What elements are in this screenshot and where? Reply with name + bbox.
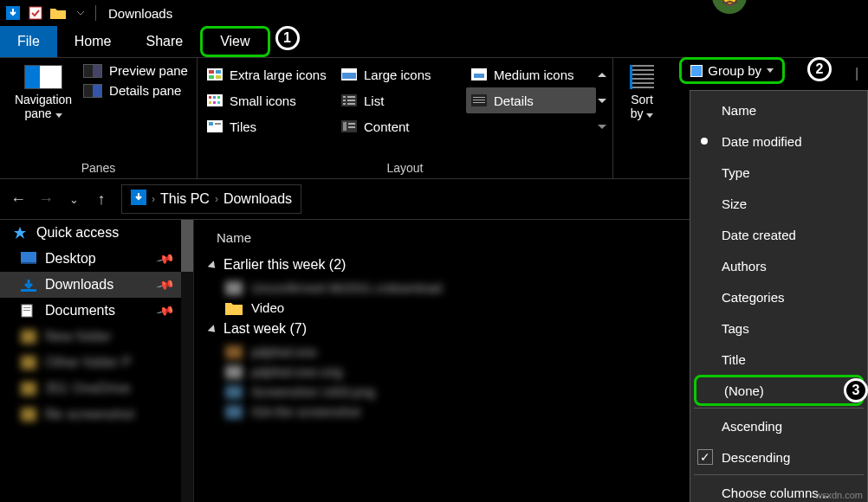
sort-by-button[interactable]: Sort by xyxy=(630,61,654,120)
menu-descending[interactable]: ✓Descending xyxy=(690,441,867,473)
crumb-downloads[interactable]: Downloads xyxy=(223,191,292,207)
breadcrumb[interactable]: › This PC › Downloads xyxy=(121,184,301,214)
svg-rect-15 xyxy=(209,101,211,104)
layout-scroll-up-icon[interactable] xyxy=(598,73,606,77)
layout-small[interactable]: Small icons xyxy=(202,87,336,113)
svg-rect-27 xyxy=(473,100,485,100)
svg-rect-22 xyxy=(347,96,355,98)
layout-large[interactable]: Large icons xyxy=(336,61,466,87)
sort-icon xyxy=(630,65,654,89)
qat-properties-icon[interactable] xyxy=(28,5,43,21)
group-by-menu: Name Date modified Type Size Date create… xyxy=(690,90,868,502)
ribbon-group-sort: Sort by xyxy=(613,58,670,178)
menu-tags[interactable]: Tags xyxy=(690,312,867,344)
menu-date-created[interactable]: Date created xyxy=(690,219,867,250)
scrollbar-thumb[interactable] xyxy=(181,220,193,272)
details-pane-button[interactable]: Details pane xyxy=(83,83,188,98)
sidebar-scrollbar[interactable] xyxy=(181,220,193,502)
details-icon xyxy=(471,94,487,106)
sidebar-downloads[interactable]: Downloads 📌 xyxy=(0,272,193,298)
panes-group-label: Panes xyxy=(81,159,116,177)
navigation-pane-button[interactable]: Navigation pane xyxy=(9,61,78,120)
recent-locations-button[interactable]: ⌄ xyxy=(61,186,87,212)
title-bar: Downloads 🧔 xyxy=(0,0,868,26)
menu-home[interactable]: Home xyxy=(57,26,129,57)
up-button[interactable]: ↑ xyxy=(88,186,114,212)
svg-rect-40 xyxy=(21,289,36,292)
preview-pane-icon xyxy=(83,64,102,78)
menu-view[interactable]: View xyxy=(200,26,269,57)
downloads-icon xyxy=(21,278,36,292)
documents-icon xyxy=(21,304,36,318)
crumb-this-pc[interactable]: This PC xyxy=(160,191,210,207)
layout-tiles[interactable]: Tiles xyxy=(202,113,336,139)
svg-rect-43 xyxy=(23,310,30,311)
menu-authors[interactable]: Authors xyxy=(690,250,867,281)
menu-none[interactable]: (None) 3 xyxy=(694,375,864,406)
layout-group-label: Layout xyxy=(386,159,423,177)
sidebar-item[interactable]: 351 OneDrive xyxy=(0,376,193,402)
list-icon xyxy=(341,94,357,106)
group-by-button[interactable]: Group by xyxy=(679,57,785,84)
layout-content[interactable]: Content xyxy=(336,113,466,139)
layout-list[interactable]: List xyxy=(336,87,466,113)
svg-rect-6 xyxy=(216,75,221,79)
svg-rect-8 xyxy=(342,73,356,79)
navigation-tree[interactable]: Quick access Desktop 📌 Downloads 📌 Docum… xyxy=(0,220,194,502)
layout-medium[interactable]: Medium icons xyxy=(466,61,596,87)
menu-ascending[interactable]: Ascending xyxy=(690,410,867,441)
svg-rect-5 xyxy=(209,75,214,79)
menu-bar: File Home Share View 1 xyxy=(0,26,868,57)
sidebar-item[interactable]: New folder xyxy=(0,324,193,350)
ribbon-more-area[interactable]: | xyxy=(849,66,865,81)
menu-categories[interactable]: Categories xyxy=(690,281,867,312)
menu-file[interactable]: File xyxy=(0,26,57,57)
details-pane-icon xyxy=(83,84,102,98)
svg-rect-33 xyxy=(343,122,347,131)
layout-scroll[interactable] xyxy=(596,61,608,139)
menu-name[interactable]: Name xyxy=(690,94,867,126)
svg-rect-38 xyxy=(21,262,36,264)
chevron-right-icon[interactable]: › xyxy=(215,193,218,205)
menu-date-modified[interactable]: Date modified xyxy=(690,126,867,157)
menu-size[interactable]: Size xyxy=(690,188,867,219)
qat-newfolder-icon[interactable] xyxy=(50,5,66,21)
layout-details[interactable]: Details xyxy=(466,87,596,113)
svg-rect-31 xyxy=(215,123,221,125)
layout-expand-icon[interactable] xyxy=(598,125,606,129)
sidebar-item[interactable]: file screenshot xyxy=(0,402,193,428)
menu-share[interactable]: Share xyxy=(128,26,200,57)
sidebar-documents[interactable]: Documents 📌 xyxy=(0,298,193,324)
menu-type[interactable]: Type xyxy=(690,157,867,188)
sidebar-item[interactable]: Other folder P xyxy=(0,350,193,376)
forward-button[interactable]: → xyxy=(33,186,59,212)
svg-rect-16 xyxy=(213,101,216,104)
qat-caret-icon[interactable] xyxy=(73,5,88,21)
star-icon xyxy=(12,226,28,240)
preview-pane-label: Preview pane xyxy=(109,63,188,78)
svg-rect-37 xyxy=(21,252,36,262)
back-button[interactable]: ← xyxy=(5,186,31,212)
svg-rect-21 xyxy=(343,103,346,105)
sort-label-2: by xyxy=(631,106,644,120)
sidebar-quick-access[interactable]: Quick access xyxy=(0,220,193,246)
layout-extra-large[interactable]: Extra large icons xyxy=(202,61,336,87)
group-by-icon xyxy=(690,65,703,77)
annotation-badge-1: 1 xyxy=(275,26,300,50)
svg-rect-34 xyxy=(348,123,355,125)
file-name: Video xyxy=(251,300,284,315)
layout-xl-label: Extra large icons xyxy=(230,68,327,82)
navigation-pane-label-1: Navigation xyxy=(15,93,72,106)
desktop-icon xyxy=(21,252,36,266)
ribbon-group-panes: Navigation pane Preview pane Details pan… xyxy=(0,58,198,178)
group-by-label: Group by xyxy=(708,63,761,78)
preview-pane-button[interactable]: Preview pane xyxy=(83,63,188,78)
layout-scroll-down-icon[interactable] xyxy=(598,99,606,103)
sidebar-desktop[interactable]: Desktop 📌 xyxy=(0,246,193,272)
svg-rect-35 xyxy=(348,126,355,128)
menu-title[interactable]: Title xyxy=(690,344,867,375)
chevron-right-icon[interactable]: › xyxy=(152,193,155,205)
svg-rect-23 xyxy=(347,100,355,101)
layout-details-label: Details xyxy=(494,93,534,108)
menu-separator xyxy=(694,408,864,409)
